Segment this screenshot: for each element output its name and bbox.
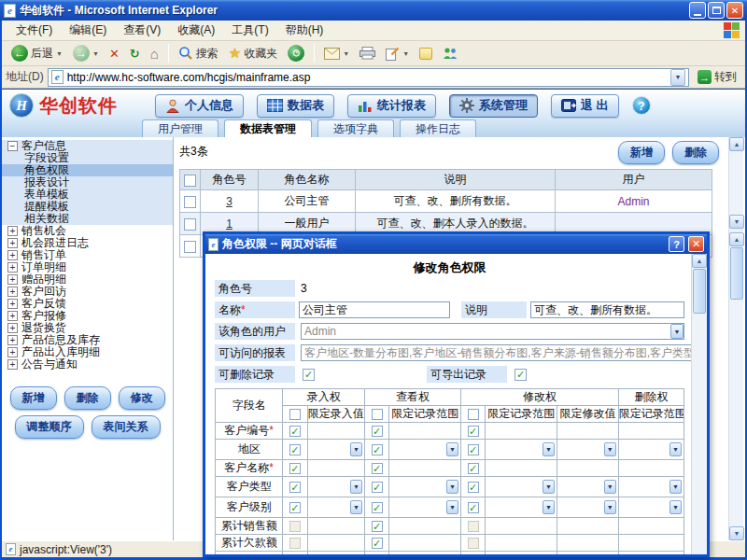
expand-icon[interactable]: + <box>7 226 18 236</box>
menu-item[interactable]: 文件(F) <box>7 21 61 40</box>
address-input[interactable]: e http://www.hc-software.com/hcgis/mainf… <box>48 68 689 87</box>
collapse-icon[interactable]: − <box>7 141 18 151</box>
sidebar-table-relations-button[interactable]: 表间关系 <box>92 415 161 439</box>
dialog-scrollbar[interactable]: ▲ <box>691 254 707 554</box>
scroll-up-icon[interactable]: ▲ <box>692 254 707 268</box>
search-button[interactable]: 搜索 <box>175 44 222 63</box>
tab-user-management[interactable]: 用户管理 <box>142 119 218 138</box>
refresh-button[interactable]: ↻ <box>126 45 144 63</box>
mail-dropdown-icon[interactable]: ▼ <box>343 50 349 57</box>
expand-icon[interactable]: + <box>7 299 18 309</box>
permission-checkbox-checked[interactable] <box>372 538 383 549</box>
permission-checkbox-checked[interactable] <box>289 444 301 455</box>
row-checkbox[interactable] <box>184 241 196 253</box>
limit-dropdown-icon[interactable]: ▼ <box>350 480 362 494</box>
permission-checkbox-checked[interactable] <box>468 463 479 474</box>
maximize-button[interactable] <box>708 2 725 19</box>
chevron-down-icon[interactable]: ▼ <box>670 324 684 339</box>
limit-dropdown-icon[interactable]: ▼ <box>604 480 616 494</box>
scroll-down-icon[interactable]: ▼ <box>729 215 744 229</box>
sidebar-modify-button[interactable]: 修改 <box>119 386 165 410</box>
nav-exit-button[interactable]: 退 出 <box>551 94 619 118</box>
permission-checkbox-checked[interactable] <box>289 463 301 474</box>
expand-icon[interactable]: + <box>7 274 18 285</box>
menu-item[interactable]: 帮助(H) <box>277 21 332 40</box>
limit-dropdown-icon[interactable]: ▼ <box>669 442 682 456</box>
add-role-button[interactable]: 新增 <box>618 141 665 164</box>
go-button[interactable]: → 转到 <box>693 68 741 86</box>
stop-button[interactable]: ✕ <box>106 45 123 63</box>
limit-dropdown-icon[interactable]: ▼ <box>446 480 458 494</box>
permission-checkbox-checked[interactable] <box>372 482 383 493</box>
permission-checkbox-checked[interactable] <box>372 426 383 437</box>
limit-dropdown-icon[interactable]: ▼ <box>543 480 555 494</box>
menu-item[interactable]: 编辑(E) <box>61 21 115 40</box>
scroll-up-icon[interactable]: ▲ <box>729 232 744 246</box>
mail-button[interactable]: ▼ <box>320 46 353 62</box>
tab-operation-log[interactable]: 操作日志 <box>400 119 476 138</box>
forward-button[interactable]: → ▼ <box>69 43 103 63</box>
limit-dropdown-icon[interactable]: ▼ <box>669 500 682 514</box>
limit-dropdown-icon[interactable]: ▼ <box>446 500 458 514</box>
sidebar-delete-button[interactable]: 删除 <box>64 386 111 410</box>
description-input[interactable] <box>530 301 684 318</box>
main-scrollbar[interactable]: ▲ ▼ ▲ ▼ <box>728 137 743 540</box>
messenger-button[interactable] <box>439 45 461 62</box>
notes-button[interactable] <box>416 46 436 62</box>
role-id-link[interactable]: 3 <box>226 195 233 208</box>
limit-dropdown-icon[interactable]: ▼ <box>604 442 616 456</box>
role-user-link[interactable]: Admin <box>617 195 649 208</box>
permission-checkbox-checked[interactable] <box>289 482 301 493</box>
dialog-title-bar[interactable]: e 角色权限 -- 网页对话框 ? ✕ <box>205 234 707 254</box>
modify-all-checkbox[interactable] <box>468 409 479 420</box>
expand-icon[interactable]: + <box>7 359 18 370</box>
expand-icon[interactable]: + <box>7 335 18 345</box>
name-input[interactable] <box>299 301 450 318</box>
can-delete-checkbox[interactable] <box>303 369 315 381</box>
limit-dropdown-icon[interactable]: ▼ <box>446 442 458 456</box>
permission-checkbox-checked[interactable] <box>468 426 479 437</box>
role-users-select[interactable]: Admin ▼ <box>301 323 684 340</box>
scroll-down-icon[interactable]: ▼ <box>729 526 744 540</box>
limit-dropdown-icon[interactable]: ▼ <box>669 480 682 494</box>
dialog-close-icon[interactable]: ✕ <box>688 236 704 252</box>
address-dropdown-icon[interactable]: ▼ <box>670 69 685 86</box>
print-button[interactable] <box>356 45 379 62</box>
row-checkbox[interactable] <box>184 218 196 231</box>
permission-checkbox-checked[interactable] <box>372 463 383 474</box>
limit-dropdown-icon[interactable]: ▼ <box>543 500 555 514</box>
sidebar-reorder-button[interactable]: 调整顺序 <box>15 415 84 439</box>
expand-icon[interactable]: + <box>7 262 18 273</box>
permission-checkbox-checked[interactable] <box>468 444 479 455</box>
permission-checkbox-checked[interactable] <box>289 502 301 513</box>
permission-checkbox-checked[interactable] <box>372 444 383 455</box>
favorites-button[interactable]: ★ 收藏夹 <box>225 43 281 63</box>
permission-checkbox-checked[interactable] <box>468 482 479 493</box>
sidebar-tree-item[interactable]: +公告与通知 <box>2 358 173 371</box>
help-icon[interactable]: ? <box>632 96 651 115</box>
expand-icon[interactable]: + <box>7 323 18 333</box>
permission-checkbox-checked[interactable] <box>372 521 383 532</box>
expand-icon[interactable]: + <box>7 250 18 260</box>
back-dropdown-icon[interactable]: ▼ <box>56 50 63 57</box>
role-id-link[interactable]: 1 <box>226 217 233 231</box>
nav-personal-info-button[interactable]: 个人信息 <box>155 94 244 118</box>
edit-dropdown-icon[interactable]: ▼ <box>402 50 409 57</box>
limit-dropdown-icon[interactable]: ▼ <box>543 442 555 456</box>
delete-role-button[interactable]: 删除 <box>672 141 719 164</box>
expand-icon[interactable]: + <box>7 347 18 357</box>
back-button[interactable]: ← 后退 ▼ <box>7 43 66 63</box>
scroll-up-icon[interactable]: ▲ <box>729 137 744 151</box>
select-all-checkbox[interactable] <box>184 175 196 187</box>
close-button[interactable]: ✕ <box>726 2 743 19</box>
permission-checkbox-checked[interactable] <box>468 502 479 513</box>
limit-dropdown-icon[interactable]: ▼ <box>604 500 616 514</box>
edit-button[interactable]: ▼ <box>382 45 413 63</box>
forward-dropdown-icon[interactable]: ▼ <box>92 50 99 57</box>
expand-icon[interactable]: + <box>7 238 18 248</box>
menu-item[interactable]: 收藏(A) <box>169 21 223 40</box>
dialog-help-icon[interactable]: ? <box>669 236 684 252</box>
row-checkbox[interactable] <box>184 196 196 208</box>
menu-item[interactable]: 工具(T) <box>223 21 276 40</box>
history-button[interactable]: 🕒︎ <box>284 43 308 63</box>
